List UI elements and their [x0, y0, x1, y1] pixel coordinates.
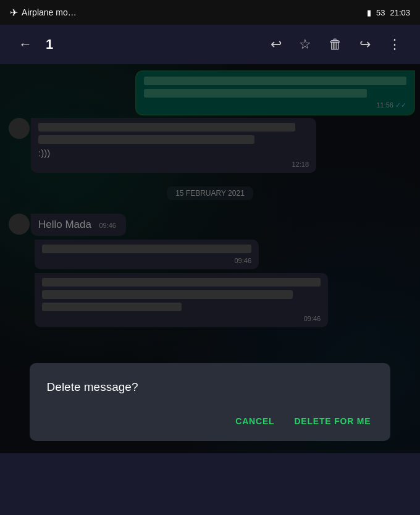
forward-button[interactable]: ↪ — [351, 31, 379, 57]
more-button[interactable]: ⋮ — [379, 31, 410, 57]
clock: 21:03 — [390, 8, 410, 17]
dialog-buttons: CANCEL DELETE FOR ME — [47, 411, 374, 431]
dialog-title: Delete message? — [47, 380, 374, 394]
delete-button[interactable]: 🗑 — [320, 31, 351, 57]
back-button[interactable]: ← — [10, 31, 41, 57]
battery-level: 53 — [376, 8, 385, 17]
delete-for-me-button[interactable]: DELETE FOR ME — [292, 411, 373, 431]
delete-dialog: Delete message? CANCEL DELETE FOR ME — [30, 363, 391, 441]
status-right: ▮ 53 21:03 — [367, 8, 410, 17]
battery-icon: ▮ — [367, 8, 371, 17]
cancel-button[interactable]: CANCEL — [233, 411, 277, 431]
airplane-icon: ✈ — [10, 7, 18, 19]
action-bar: ← 1 ↩ ☆ 🗑 ↪ ⋮ — [0, 25, 420, 64]
status-left: ✈ Airplane mo… — [10, 7, 77, 19]
reply-button[interactable]: ↩ — [262, 31, 290, 57]
star-button[interactable]: ☆ — [290, 31, 320, 57]
chat-area: 11:56 ✓✓ :))) 12:18 15 FEBRUARY 2021 Hel… — [0, 64, 420, 453]
status-bar: ✈ Airplane mo… ▮ 53 21:03 — [0, 0, 420, 25]
selected-count: 1 — [41, 36, 58, 52]
dialog-overlay: Delete message? CANCEL DELETE FOR ME — [0, 64, 420, 453]
carrier-text: Airplane mo… — [22, 7, 77, 17]
